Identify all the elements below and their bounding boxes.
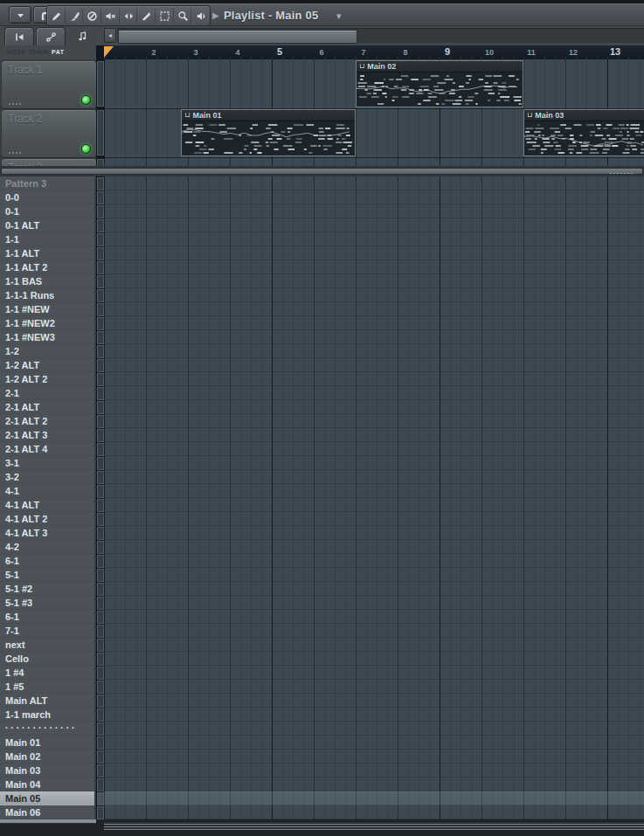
pattern-list-item[interactable]: 1-2 ALT [0,358,94,372]
pencil-icon [51,10,62,22]
pattern-list-item[interactable]: 1-1 BAS [0,274,94,288]
slip-tool-button[interactable] [121,8,138,24]
mute-tool-button[interactable] [102,8,120,24]
pattern-list-item[interactable]: 7-1 [0,624,94,638]
pattern-list-item[interactable]: 4-1 ALT 2 [0,512,94,526]
pattern-list-item[interactable]: 2-1 ALT 4 [0,442,94,456]
pattern-list-separator[interactable]: ············· [0,722,94,736]
draw-tool-button[interactable] [48,8,66,24]
pattern-label: Pattern 3 [5,178,46,189]
tab-automation[interactable] [36,27,66,45]
pattern-list-item[interactable]: Main 03 [0,763,94,777]
pattern-list-item[interactable]: 0-1 ALT [0,218,94,232]
playhead-marker[interactable] [104,46,114,58]
zoom-tool-button[interactable] [175,8,192,24]
pattern-list-item[interactable]: 2-1 ALT 3 [0,428,94,442]
pattern-clip[interactable]: ⊔Main 02 [356,60,523,107]
clip-label: Main 02 [367,62,396,71]
mode-pat[interactable]: PAT [52,49,64,55]
clip-note-preview [524,121,644,156]
pattern-label: 2-1 ALT 4 [5,444,47,454]
splitter-bar[interactable] [1,168,643,175]
pattern-list-item[interactable]: Cello [0,652,94,666]
track-grip-dots [8,102,23,106]
pattern-list-item[interactable]: 1-2 [0,344,94,358]
scroll-left-button[interactable]: ◂ [104,28,116,43]
pattern-list-item[interactable]: 1-1 #NEW2 [0,316,94,330]
scrollbar-thumb[interactable] [118,30,357,44]
tab-time-marker[interactable] [4,27,34,45]
track-header[interactable]: Track 2 [2,110,96,157]
timeline-ruler[interactable]: 2345678910111213 [104,45,644,59]
tool-button-group [46,5,211,26]
pattern-list-item[interactable]: 1 #4 [0,666,94,680]
pattern-list-item[interactable]: 1-1-1 Runs [0,288,94,302]
pattern-label: 1-2 [5,346,19,356]
pattern-list-item[interactable]: 1-1 march [0,708,94,722]
select-tool-button[interactable] [156,8,174,24]
mode-note[interactable]: NOTE [7,49,25,55]
track-grid[interactable]: ⊔Main 02⊔Main 01⊔Main 03 [104,59,644,166]
playback-tool-button[interactable] [192,8,210,24]
ruler-bar-number: 2 [147,48,161,57]
paint-tool-button[interactable] [66,8,84,24]
pattern-grid[interactable] [104,176,644,819]
pattern-list-item[interactable]: 1-1 ALT [0,246,94,260]
ruler-bar-number: 10 [482,48,496,57]
pattern-list-item[interactable]: Main 02 [0,750,94,763]
pattern-list-item[interactable]: 5-1 #3 [0,596,94,610]
pattern-list-item[interactable]: 1-1 #NEW [0,302,94,316]
title-dropdown-icon[interactable]: ▾ [336,10,342,22]
window-menu-arrow-icon[interactable]: ▶ [212,10,219,21]
pattern-list-item[interactable]: 1-2 ALT 2 [0,372,94,386]
pattern-list-item[interactable]: 6-1 [0,610,94,624]
pattern-list-item[interactable]: Main 06 [0,805,94,819]
chevron-down-icon [15,10,26,21]
pattern-list-item[interactable]: 0-0 [0,190,94,204]
pattern-list-item[interactable]: Main 05 [0,791,94,805]
pattern-list-item[interactable]: 3-2 [0,470,94,484]
pattern-list-item[interactable]: 1-1 #NEW3 [0,330,94,344]
pattern-list-item[interactable]: 4-1 ALT 3 [0,526,94,540]
pattern-list-item[interactable]: 0-1 [0,204,94,218]
pattern-list-item[interactable]: 1-1 ALT 2 [0,260,94,274]
delete-tool-button[interactable] [84,8,101,24]
pattern-mini-preview [97,764,104,777]
pattern-list-item[interactable]: 1 #5 [0,680,94,694]
pattern-clip[interactable]: ⊔Main 03 [523,109,644,156]
track-strip-slot [97,110,104,155]
brush-icon [69,10,80,22]
pattern-list-item[interactable]: 6-1 [0,554,94,568]
pattern-label: 2-1 ALT 3 [5,430,47,440]
pattern-list-item[interactable]: 5-1 #2 [0,582,94,596]
panel-splitter[interactable] [0,166,644,176]
pattern-list-item[interactable]: Main 04 [0,777,94,791]
horizontal-scrollbar[interactable] [117,28,644,43]
pattern-list-item[interactable]: 2-1 ALT 2 [0,414,94,428]
pattern-list-item[interactable]: 4-1 [0,484,94,498]
pattern-list-item[interactable]: 3-1 [0,456,94,470]
pattern-clip[interactable]: ⊔Main 01 [181,109,356,156]
track-enable-led[interactable] [81,95,91,105]
track-header[interactable]: Track 1 [2,61,96,108]
pattern-list-item[interactable]: next [0,638,94,652]
mode-chan[interactable]: CHAN [29,49,48,55]
pattern-list-item[interactable]: 4-1 ALT [0,498,94,512]
pattern-list-item[interactable]: Main ALT [0,694,94,708]
pattern-label: 1-1 ALT [5,248,39,259]
pattern-mini-preview [97,555,104,568]
track-header[interactable]: Track 3 [2,159,96,166]
pattern-label: 1-2 ALT 2 [5,374,47,384]
pattern-list-item[interactable]: Pattern 3 [0,176,94,190]
pattern-list-item[interactable]: Main 01 [0,736,94,750]
pattern-list-item[interactable]: 5-1 [0,568,94,582]
pattern-list-item[interactable]: 4-2 [0,540,94,554]
pattern-list-item[interactable]: 2-1 ALT [0,400,94,414]
titlebar[interactable]: ▶ Playlist - Main 05 ▾ [0,3,644,26]
track-enable-led[interactable] [81,144,91,154]
options-dropdown-button[interactable] [9,6,31,24]
pattern-list-item[interactable]: 1-1 [0,232,94,246]
pattern-list-item[interactable]: 2-1 [0,386,94,400]
slice-tool-button[interactable] [138,8,156,24]
tab-pattern-picker[interactable] [67,27,97,45]
